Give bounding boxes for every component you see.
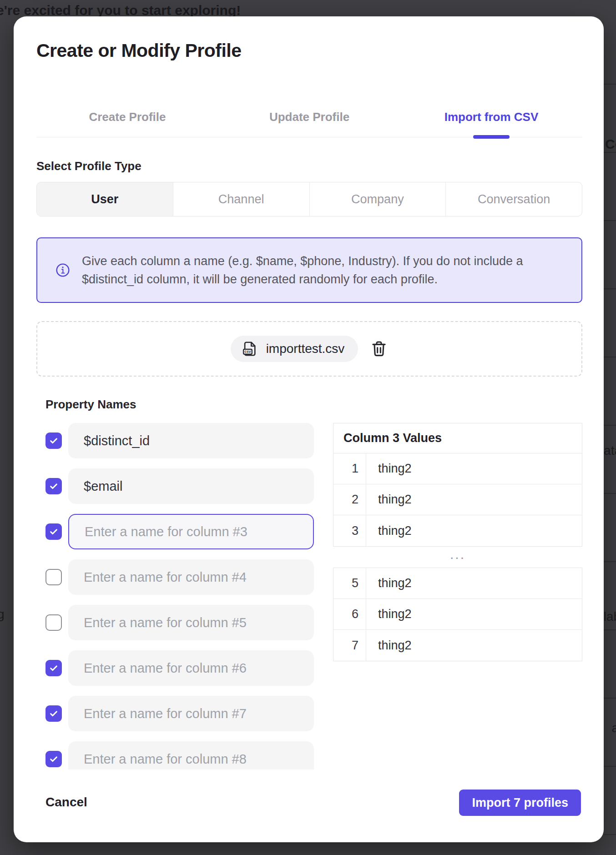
mapping-area: Column 3 Values 1 thing2 2 thing2 3 thin… <box>45 423 582 770</box>
column-6-name-input[interactable] <box>68 650 314 686</box>
uploaded-file-chip: csv importtest.csv <box>231 336 358 362</box>
profile-type-channel[interactable]: Channel <box>173 182 310 216</box>
table-row: 2 thing2 <box>333 484 582 515</box>
checkmark-icon <box>49 754 59 764</box>
row-value: thing2 <box>366 484 582 515</box>
row-number: 3 <box>333 515 366 546</box>
background-fragment: ata <box>604 443 616 458</box>
background-fragment: g <box>0 607 5 622</box>
checkmark-icon <box>49 663 59 673</box>
modal-title: Create or Modify Profile <box>36 40 241 61</box>
background-fragment: Co <box>605 136 616 152</box>
background-fragment: lab <box>604 609 616 624</box>
rows-ellipsis: ... <box>333 547 582 568</box>
preview-table-header: Column 3 Values <box>333 423 582 453</box>
column-values-preview: Column 3 Values 1 thing2 2 thing2 3 thin… <box>333 423 582 770</box>
column-3-checkbox[interactable] <box>45 523 62 540</box>
profile-type-company[interactable]: Company <box>310 182 446 216</box>
property-names-label: Property Names <box>45 397 136 412</box>
column-2-checkbox[interactable] <box>45 478 62 494</box>
preview-table-bottom: 5 thing2 6 thing2 7 thing2 <box>333 568 582 661</box>
profile-type-segmented-control: User Channel Company Conversation <box>36 182 582 216</box>
property-row-2 <box>45 468 314 504</box>
checkmark-icon <box>49 709 59 719</box>
column-4-checkbox[interactable] <box>45 569 62 585</box>
background-banner-text: e're excited for you to start exploring! <box>0 3 241 18</box>
tab-label: Import from CSV <box>444 110 539 124</box>
tab-import-from-csv[interactable]: Import from CSV <box>400 97 582 137</box>
column-5-checkbox[interactable] <box>45 614 62 631</box>
svg-text:csv: csv <box>244 349 251 354</box>
row-value: thing2 <box>366 599 582 629</box>
column-1-checkbox[interactable] <box>45 433 62 449</box>
column-4-name-input[interactable] <box>68 559 314 595</box>
row-value: thing2 <box>366 630 582 661</box>
modal-tab-bar: Create Profile Update Profile Import fro… <box>36 97 582 137</box>
preview-table-top: Column 3 Values 1 thing2 2 thing2 3 thin… <box>333 423 582 547</box>
table-row: 7 thing2 <box>333 630 582 661</box>
column-5-name-input[interactable] <box>68 605 314 640</box>
import-profiles-button[interactable]: Import 7 profiles <box>459 790 581 816</box>
row-number: 7 <box>333 630 366 661</box>
csv-dropzone[interactable]: csv importtest.csv <box>36 321 582 377</box>
property-rows-list <box>45 423 314 770</box>
checkmark-icon <box>49 481 59 491</box>
checkmark-icon <box>49 527 59 537</box>
property-row-5 <box>45 605 314 640</box>
property-row-6 <box>45 650 314 686</box>
trash-icon <box>370 340 388 358</box>
csv-file-icon: csv <box>242 340 259 357</box>
row-value: thing2 <box>366 568 582 598</box>
active-tab-underline <box>473 135 510 139</box>
info-callout: Give each column a name (e.g. $name, $ph… <box>36 237 582 303</box>
column-8-name-input[interactable] <box>68 741 314 770</box>
property-row-7 <box>45 696 314 731</box>
info-text: Give each column a name (e.g. $name, $ph… <box>82 252 532 288</box>
profile-type-user[interactable]: User <box>37 182 173 216</box>
tab-create-profile[interactable]: Create Profile <box>36 97 218 137</box>
delete-file-button[interactable] <box>370 340 388 358</box>
row-number: 1 <box>333 453 366 484</box>
table-row: 3 thing2 <box>333 515 582 546</box>
row-value: thing2 <box>366 515 582 546</box>
property-row-3 <box>45 514 314 549</box>
row-number: 6 <box>333 599 366 629</box>
column-2-name-input[interactable] <box>68 468 314 504</box>
tab-update-profile[interactable]: Update Profile <box>218 97 400 137</box>
background-fragment: a <box>611 721 616 735</box>
column-1-name-input[interactable] <box>68 423 314 458</box>
create-or-modify-profile-modal: Create or Modify Profile Create Profile … <box>14 16 604 842</box>
column-7-checkbox[interactable] <box>45 705 62 722</box>
select-profile-type-label: Select Profile Type <box>36 159 141 173</box>
row-number: 2 <box>333 484 366 515</box>
uploaded-file-name: importtest.csv <box>266 342 345 356</box>
column-8-checkbox[interactable] <box>45 751 62 767</box>
row-number: 5 <box>333 568 366 598</box>
table-row: 6 thing2 <box>333 599 582 630</box>
property-row-1 <box>45 423 314 458</box>
column-6-checkbox[interactable] <box>45 660 62 676</box>
row-value: thing2 <box>366 453 582 484</box>
info-icon <box>56 263 70 277</box>
profile-type-conversation[interactable]: Conversation <box>446 182 582 216</box>
table-row: 5 thing2 <box>333 568 582 599</box>
table-row: 1 thing2 <box>333 453 582 484</box>
property-row-8 <box>45 741 314 770</box>
checkmark-icon <box>49 436 59 446</box>
cancel-button[interactable]: Cancel <box>45 795 87 810</box>
column-3-name-input[interactable] <box>68 514 314 549</box>
property-row-4 <box>45 559 314 595</box>
column-7-name-input[interactable] <box>68 696 314 731</box>
